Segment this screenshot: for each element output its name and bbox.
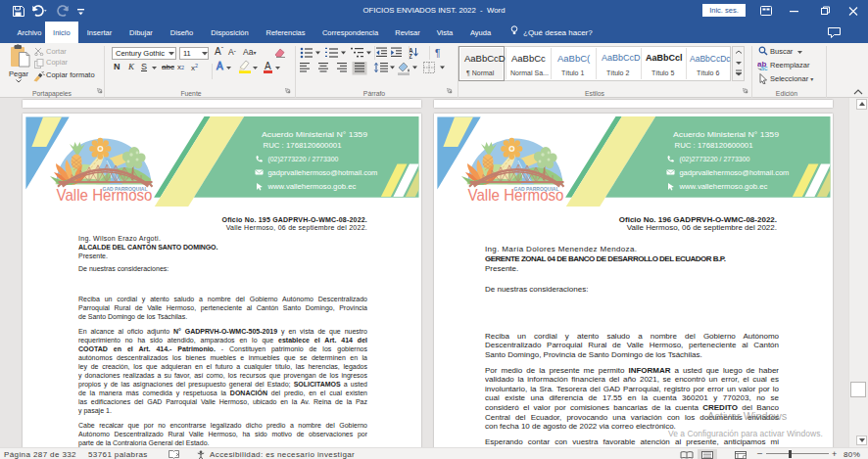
svg-text:GAD PARROQUIAL: GAD PARROQUIAL bbox=[103, 187, 148, 192]
svg-text:(02)2773220 / 2773300: (02)2773220 / 2773300 bbox=[267, 156, 338, 163]
svg-text:www.vallehermoso.gob.ec: www.vallehermoso.gob.ec bbox=[266, 183, 357, 191]
svg-text:ac: ac bbox=[760, 65, 768, 70]
svg-text:RUC : 1768120600001: RUC : 1768120600001 bbox=[264, 141, 343, 150]
svg-text:Acuerdo Ministerial N° 1359: Acuerdo Ministerial N° 1359 bbox=[262, 130, 368, 139]
svg-text:¶: ¶ bbox=[435, 48, 440, 59]
svg-text:gadprvallehermoso@hotmail.com: gadprvallehermoso@hotmail.com bbox=[267, 169, 377, 177]
